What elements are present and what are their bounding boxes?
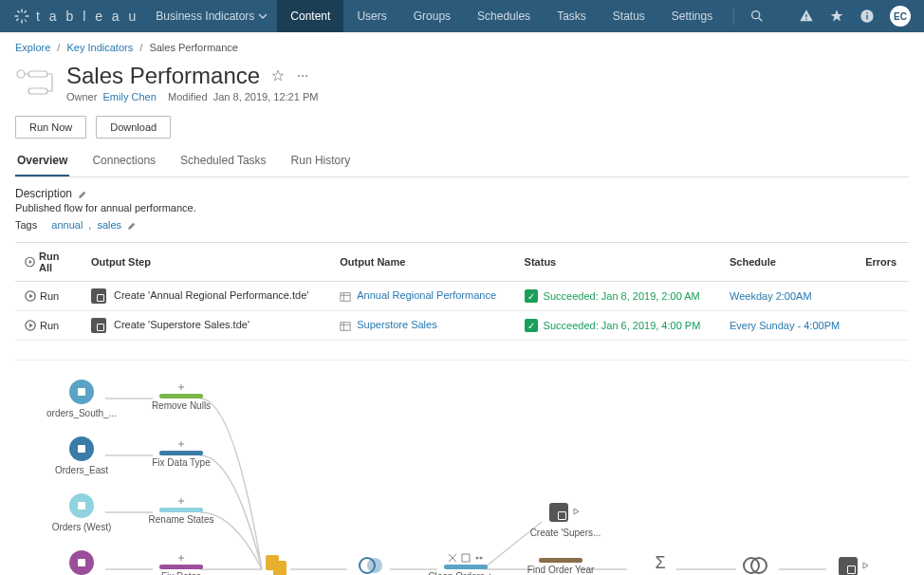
- logo[interactable]: t a b l e a u: [13, 8, 139, 25]
- run-all-button[interactable]: Run All: [25, 250, 72, 273]
- nav-item[interactable]: Users: [343, 0, 399, 32]
- run-button[interactable]: Run: [25, 320, 72, 331]
- flow-step-clean[interactable]: Fix Dates: [139, 553, 224, 575]
- edit-icon[interactable]: [127, 220, 138, 231]
- breadcrumb: Explore / Key Indicators / Sales Perform…: [15, 32, 909, 59]
- alert-icon[interactable]: [799, 9, 814, 24]
- table-row: Run Create 'Superstore Sales.tde' Supers…: [15, 311, 909, 341]
- datasource-icon: [340, 321, 351, 332]
- info-icon[interactable]: [859, 9, 875, 24]
- flow-output[interactable]: Create 'Annual ...: [812, 557, 897, 575]
- status-badge: ✓Succeeded: Jan 8, 2019, 2:00 AM: [525, 289, 700, 303]
- flow-source[interactable]: Orders_East: [39, 436, 124, 475]
- table-row: Run Create 'Annual Regional Performance.…: [15, 282, 909, 311]
- flow-source[interactable]: orders_South_...: [39, 380, 124, 418]
- svg-point-6: [17, 70, 25, 78]
- tag[interactable]: annual: [51, 219, 83, 231]
- tags-label: Tags: [15, 219, 37, 231]
- tab[interactable]: Connections: [90, 148, 157, 176]
- svg-rect-18: [78, 445, 85, 453]
- output-step-icon: [91, 288, 106, 304]
- nav-separator: [733, 8, 734, 25]
- nav-item[interactable]: Schedules: [464, 0, 544, 32]
- tab[interactable]: Run History: [289, 148, 353, 176]
- svg-point-11: [305, 75, 307, 77]
- svg-point-26: [480, 557, 483, 560]
- svg-rect-7: [28, 71, 47, 77]
- svg-rect-24: [462, 554, 470, 562]
- flow-step-join[interactable]: Orders + Returns: [328, 555, 414, 575]
- description-text: Published flow for annual performance.: [15, 202, 909, 213]
- tabs: OverviewConnectionsScheduled TasksRun Hi…: [15, 148, 909, 177]
- svg-rect-4: [866, 15, 867, 20]
- download-button[interactable]: Download: [96, 116, 171, 139]
- meta-line: Owner Emily Chen Modified Jan 8, 2019, 1…: [66, 91, 909, 102]
- chevron-down-icon: [258, 11, 268, 21]
- owner-link[interactable]: Emily Chen: [103, 91, 157, 102]
- flow-source[interactable]: Orders (West): [39, 493, 124, 532]
- svg-point-9: [298, 75, 300, 77]
- tab[interactable]: Scheduled Tasks: [178, 148, 268, 176]
- edit-icon[interactable]: [78, 189, 88, 199]
- schedule-link[interactable]: Weekday 2:00AM: [730, 290, 812, 302]
- svg-point-0: [752, 11, 760, 19]
- output-step-icon: [91, 318, 106, 333]
- outputs-table: Run All Output Step Output Name Status S…: [15, 242, 909, 341]
- flow-step-aggregate[interactable]: ΣRoll Up Sales: [618, 553, 703, 575]
- svg-rect-5: [866, 12, 867, 13]
- svg-point-23: [367, 558, 382, 573]
- brand-text: t a b l e a u: [36, 9, 139, 24]
- search-icon[interactable]: [749, 9, 765, 24]
- avatar[interactable]: EC: [890, 6, 911, 27]
- flow-diagram: orders_South_...Orders_EastOrders (West)…: [15, 380, 909, 575]
- favorite-star-icon[interactable]: [271, 69, 285, 83]
- svg-rect-17: [78, 388, 85, 396]
- breadcrumb-link[interactable]: Key Indicators: [66, 42, 133, 53]
- flow-icon: [15, 66, 57, 101]
- nav-item[interactable]: Content: [277, 0, 343, 32]
- svg-rect-1: [805, 14, 806, 17]
- run-now-button[interactable]: Run Now: [15, 116, 86, 139]
- more-actions-icon[interactable]: [296, 69, 309, 83]
- flow-step-clean[interactable]: Find Order Year: [518, 558, 603, 575]
- breadcrumb-link[interactable]: Explore: [15, 42, 50, 53]
- flow-step-clean[interactable]: Rename States: [139, 496, 224, 525]
- flow-step-clean[interactable]: Remove Nulls: [139, 382, 224, 411]
- nav-item[interactable]: Groups: [400, 0, 464, 32]
- svg-rect-19: [78, 502, 85, 510]
- description-label: Description: [15, 187, 72, 200]
- svg-rect-14: [341, 292, 350, 301]
- tableau-logo-icon: [13, 8, 30, 25]
- top-nav: t a b l e a u Business Indicators Conten…: [0, 0, 924, 32]
- breadcrumb-current: Sales Performance: [149, 42, 238, 53]
- nav-items: ContentUsersGroupsSchedulesTasksStatusSe…: [277, 0, 726, 32]
- page-title: Sales Performance: [66, 63, 260, 89]
- svg-rect-20: [78, 559, 85, 566]
- svg-rect-2: [805, 19, 806, 20]
- flow-source[interactable]: Orders (Central): [39, 550, 124, 575]
- tag[interactable]: sales: [97, 219, 121, 231]
- svg-rect-8: [28, 88, 47, 94]
- site-selector[interactable]: Business Indicators: [156, 9, 268, 23]
- output-link[interactable]: Superstore Sales: [357, 319, 436, 330]
- status-badge: ✓Succeeded: Jan 6, 2019, 4:00 PM: [525, 319, 701, 332]
- run-button[interactable]: Run: [25, 290, 72, 302]
- flow-output[interactable]: Create 'Supers...: [523, 503, 608, 538]
- nav-item[interactable]: Settings: [658, 0, 726, 32]
- output-link[interactable]: Annual Regional Performance: [357, 289, 496, 301]
- schedule-link[interactable]: Every Sunday - 4:00PM: [730, 320, 840, 331]
- datasource-icon: [340, 291, 351, 303]
- svg-point-25: [476, 557, 479, 560]
- svg-point-10: [302, 75, 304, 77]
- flow-step-union[interactable]: All Orders: [233, 555, 319, 575]
- star-icon[interactable]: [829, 9, 844, 24]
- flow-step-clean[interactable]: Clean Orders + ...: [423, 553, 508, 575]
- tab[interactable]: Overview: [15, 148, 69, 176]
- flow-step-join[interactable]: Quota + Orders: [712, 555, 798, 575]
- flow-step-clean[interactable]: Fix Data Type: [139, 439, 224, 468]
- nav-item[interactable]: Status: [600, 0, 658, 32]
- svg-rect-16: [341, 322, 350, 330]
- nav-item[interactable]: Tasks: [544, 0, 600, 32]
